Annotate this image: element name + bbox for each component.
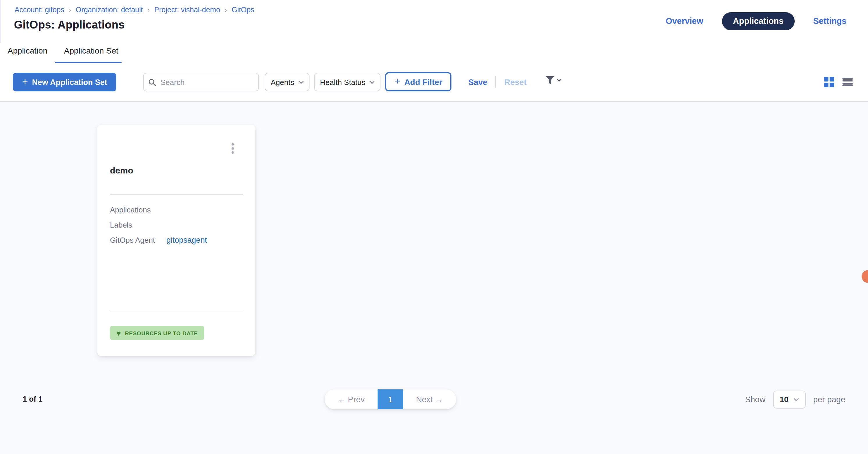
next-page-button[interactable]: Next → xyxy=(403,395,456,404)
new-application-set-label: New Application Set xyxy=(32,78,107,86)
per-page-label: per page xyxy=(813,395,845,404)
reset-filter-link[interactable]: Reset xyxy=(504,78,527,87)
health-status-filter-label: Health Status xyxy=(320,78,365,86)
field-label: Labels xyxy=(110,220,166,229)
tab-bar: Application Application Set xyxy=(0,43,868,63)
nav-settings[interactable]: Settings xyxy=(813,16,846,26)
toolbar: + New Application Set Agents Health Stat… xyxy=(0,63,868,102)
list-view-icon[interactable] xyxy=(842,78,853,87)
gitops-applications-page: Account: gitops › Organization: default … xyxy=(0,0,868,454)
arrow-right-icon: → xyxy=(435,395,443,404)
breadcrumb-separator: › xyxy=(148,6,150,13)
tab-application[interactable]: Application xyxy=(7,46,48,55)
view-toggles xyxy=(824,77,853,87)
breadcrumb-separator: › xyxy=(69,6,71,13)
filter-funnel-icon xyxy=(545,75,555,85)
page-title: GitOps: Applications xyxy=(14,19,125,31)
breadcrumb-account[interactable]: Account: gitops xyxy=(14,6,64,14)
field-label: GitOps Agent xyxy=(110,236,166,244)
page-size-value: 10 xyxy=(780,395,788,404)
page-size-control: Show 10 per page xyxy=(745,389,845,409)
field-label: Applications xyxy=(110,205,166,214)
card-field-gitops-agent: GitOps Agent gitopsagent xyxy=(110,232,243,247)
health-status-filter-dropdown[interactable]: Health Status xyxy=(314,73,380,91)
module-nav: Overview Applications Settings xyxy=(666,12,846,30)
arrow-left-icon: ← xyxy=(337,395,346,404)
breadcrumb-gitops[interactable]: GitOps xyxy=(231,6,254,14)
status-badge: ♥ RESOURCES UP TO DATE xyxy=(110,326,204,340)
save-filter-link[interactable]: Save xyxy=(468,78,487,87)
add-filter-label: Add Filter xyxy=(404,77,442,86)
results-count: 1 of 1 xyxy=(23,395,42,403)
breadcrumb: Account: gitops › Organization: default … xyxy=(14,6,254,14)
show-label: Show xyxy=(745,395,765,404)
agents-filter-dropdown[interactable]: Agents xyxy=(265,73,310,91)
agents-filter-label: Agents xyxy=(271,78,294,86)
feedback-widget-handle[interactable] xyxy=(862,270,868,283)
search-input[interactable] xyxy=(159,77,254,87)
breadcrumb-project[interactable]: Project: vishal-demo xyxy=(154,6,220,14)
next-label: Next xyxy=(416,395,433,404)
plus-icon: + xyxy=(22,77,28,86)
card-menu-kebab-icon[interactable] xyxy=(229,141,236,156)
tab-application-set[interactable]: Application Set xyxy=(64,46,118,55)
chevron-down-icon xyxy=(557,79,561,82)
chevron-down-icon xyxy=(369,80,375,85)
content-area: demo Applications Labels GitOps Agent gi… xyxy=(0,102,868,454)
card-field-applications: Applications xyxy=(110,202,243,217)
card-title: demo xyxy=(110,165,133,175)
application-set-card[interactable]: demo Applications Labels GitOps Agent gi… xyxy=(97,125,255,356)
breadcrumb-organization[interactable]: Organization: default xyxy=(75,6,143,14)
plus-icon: + xyxy=(395,76,400,86)
search-icon xyxy=(148,78,156,86)
new-application-set-button[interactable]: + New Application Set xyxy=(13,73,116,91)
card-fields: Applications Labels GitOps Agent gitopsa… xyxy=(110,202,243,247)
toolbar-divider xyxy=(495,76,496,88)
chevron-down-icon xyxy=(794,397,799,402)
filter-funnel-button[interactable] xyxy=(545,75,561,85)
chevron-down-icon xyxy=(298,80,303,85)
card-divider xyxy=(110,194,243,195)
gitops-agent-link[interactable]: gitopsagent xyxy=(166,236,207,244)
page-number-button[interactable]: 1 xyxy=(378,389,403,409)
prev-label: Prev xyxy=(348,395,365,404)
status-badge-label: RESOURCES UP TO DATE xyxy=(125,330,198,336)
page-size-select[interactable]: 10 xyxy=(773,390,805,408)
card-field-labels: Labels xyxy=(110,217,243,232)
nav-applications[interactable]: Applications xyxy=(722,12,795,30)
search-box[interactable] xyxy=(143,73,259,91)
add-filter-button[interactable]: + Add Filter xyxy=(385,72,452,91)
card-divider xyxy=(110,311,243,311)
pagination: ← Prev 1 Next → xyxy=(324,389,456,409)
prev-page-button[interactable]: ← Prev xyxy=(324,395,378,404)
grid-view-icon[interactable] xyxy=(824,77,834,87)
heart-icon: ♥ xyxy=(116,329,121,337)
nav-overview[interactable]: Overview xyxy=(666,16,703,26)
breadcrumb-separator: › xyxy=(225,6,227,13)
